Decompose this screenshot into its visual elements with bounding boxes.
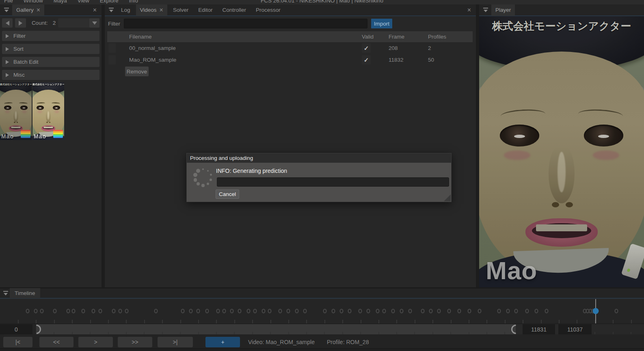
progress-dialog: Processing and uploading INFO: Generatin… xyxy=(186,153,452,202)
dialog-body: INFO: Generating prediction Cancel xyxy=(187,163,451,202)
dialog-title: Processing and uploading xyxy=(187,153,451,163)
resize-grip[interactable] xyxy=(444,194,451,201)
spinner-icon xyxy=(192,166,216,190)
cancel-button[interactable]: Cancel xyxy=(216,189,239,199)
application-window: File Window Maya View Explore Info FCS 2… xyxy=(0,0,644,351)
dialog-message: INFO: Generating prediction xyxy=(216,168,287,174)
progress-bar xyxy=(217,177,449,187)
